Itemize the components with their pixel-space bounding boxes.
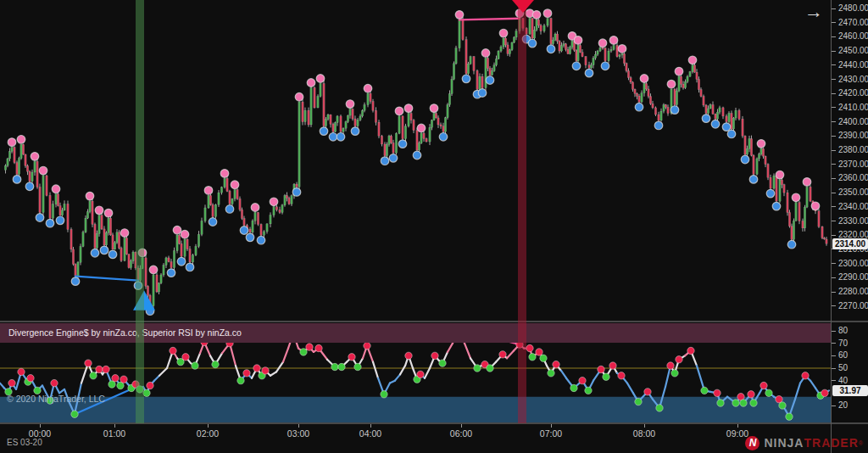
candle-body	[86, 212, 88, 219]
rsi-trough-dot	[90, 372, 97, 379]
swing-high-dot	[270, 198, 278, 206]
swing-high-dot	[675, 67, 683, 76]
candle-body	[503, 38, 504, 47]
swing-high-dot	[95, 206, 103, 215]
candle-body	[77, 262, 79, 276]
candle-body	[470, 57, 471, 64]
rsi-trough-dot	[192, 362, 198, 369]
price-tick-mark	[832, 206, 836, 207]
candle-body	[665, 105, 666, 108]
candle-body	[781, 180, 782, 185]
candle-body	[390, 136, 392, 143]
candle-body	[85, 218, 86, 232]
rsi-peak-dot	[103, 366, 109, 372]
candle-body	[487, 58, 488, 68]
swing-high-dot	[86, 192, 94, 200]
candle-body	[165, 258, 167, 266]
candle-body	[638, 96, 640, 102]
price-tick-label: 2290.00	[838, 272, 868, 282]
swing-low-dot	[381, 157, 389, 165]
swing-low-dot	[601, 62, 609, 70]
candle-body	[746, 148, 748, 154]
rsi-peak-dot	[748, 391, 754, 398]
value-axis[interactable]: 2480.002470.002460.002450.002440.002430.…	[831, 0, 868, 453]
rsi-tick-mark	[832, 355, 836, 356]
timeaxis-divider[interactable]	[0, 422, 868, 424]
candle-body	[408, 114, 409, 126]
swing-high-dot	[364, 84, 372, 92]
candle-body	[687, 76, 688, 81]
time-axis[interactable]: 00:0001:0002:0003:0004:0006:0007:0008:00…	[0, 423, 831, 453]
swing-low-dot	[486, 76, 494, 85]
rsi-trough-dot	[635, 398, 642, 405]
rsi-tick-label: 60	[838, 350, 848, 360]
candle-body	[627, 70, 629, 77]
rsi-line-segment	[373, 362, 378, 378]
swing-low-dot	[398, 140, 407, 148]
candle-body	[742, 119, 743, 136]
candle-body	[703, 97, 704, 105]
candle-body	[765, 156, 766, 165]
candle-body	[684, 81, 686, 87]
go-to-last-bar-icon[interactable]: →	[804, 1, 823, 23]
swing-high-dot	[640, 75, 648, 83]
price-tick-mark	[832, 164, 836, 165]
candle-body	[249, 229, 251, 232]
candle-body	[239, 199, 241, 210]
price-tick-mark	[832, 263, 836, 264]
candle-body	[423, 133, 425, 138]
rsi-peak-dot	[147, 382, 153, 389]
candle-body	[619, 55, 620, 57]
buy-signal-triangle-icon	[133, 290, 155, 310]
candle-body	[537, 20, 539, 25]
brand-text-ninja: NINJA	[764, 436, 804, 450]
candle-body	[674, 89, 676, 104]
candle-body	[243, 218, 245, 225]
swing-high-dot	[811, 202, 820, 210]
rsi-line-segment	[0, 383, 4, 389]
candle-body	[176, 235, 178, 250]
rsi-peak-dot	[51, 379, 58, 386]
candle-body	[80, 247, 81, 263]
swing-high-dot	[346, 100, 354, 109]
candle-body	[783, 185, 785, 193]
price-tick-mark	[832, 79, 836, 80]
candle-body	[735, 110, 737, 118]
swing-low-dot	[766, 189, 775, 198]
candle-body	[660, 111, 662, 120]
candle-body	[476, 70, 478, 89]
rsi-peak-dot	[687, 347, 694, 354]
rsi-tick-label: 20	[838, 400, 848, 410]
swing-high-dot	[455, 11, 464, 20]
rsi-trough-dot	[487, 365, 493, 372]
swing-high-dot	[220, 170, 229, 178]
candle-body	[770, 177, 771, 188]
candle-body	[498, 51, 499, 59]
candle-body	[597, 51, 598, 54]
price-tick-mark	[832, 8, 836, 9]
candle-body	[192, 255, 193, 262]
swing-high-dot	[574, 36, 582, 45]
candle-body	[559, 42, 560, 51]
candle-body	[209, 195, 211, 204]
candle-body	[577, 45, 579, 60]
candle-body	[340, 116, 342, 131]
rsi-peak-dot	[579, 377, 586, 383]
swing-low-dot	[727, 130, 736, 138]
last-rsi-value-label: 31.97	[832, 385, 868, 396]
panel-divider[interactable]	[0, 321, 868, 322]
candle-body	[402, 116, 403, 139]
candle-body	[465, 40, 467, 74]
candle-body	[145, 258, 147, 286]
rsi-tick-mark	[832, 343, 836, 344]
rsi-line-segment	[283, 349, 288, 362]
price-panel[interactable]	[0, 0, 831, 322]
price-tick-label: 2280.00	[838, 287, 868, 296]
candle-body	[279, 210, 281, 212]
rsi-trough-dot	[300, 349, 307, 355]
candle-body	[46, 176, 47, 195]
swing-low-dot	[772, 202, 781, 210]
candle-body	[11, 148, 13, 152]
candle-body	[481, 76, 483, 87]
swing-high-dot	[417, 124, 426, 132]
